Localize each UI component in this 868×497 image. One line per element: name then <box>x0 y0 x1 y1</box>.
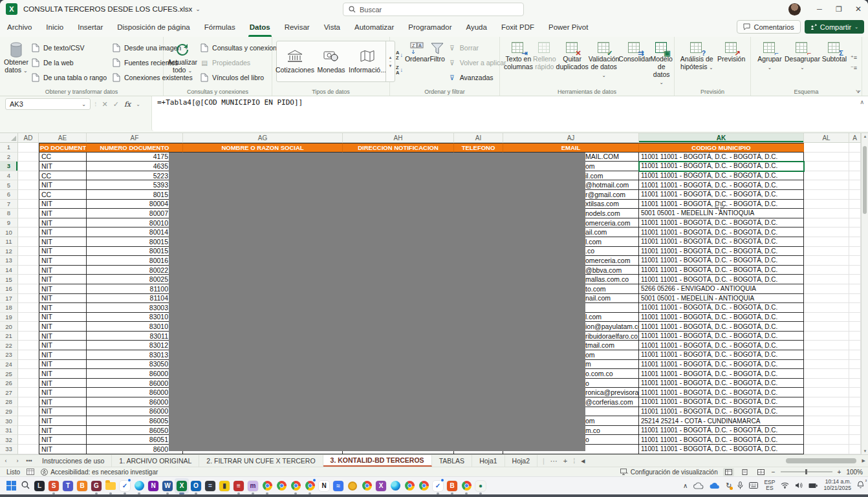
data-model-button[interactable]: ▣ Modelo de datos ⌄ <box>650 39 672 86</box>
calculator[interactable]: = <box>203 478 217 494</box>
word[interactable]: W <box>160 478 175 494</box>
cell-AL13[interactable] <box>804 256 849 266</box>
app-green-dot[interactable]: ● <box>473 478 488 494</box>
cell-tipo-documento-13[interactable]: NIT <box>39 256 87 266</box>
cell-A4[interactable] <box>849 171 861 181</box>
cell-AD11[interactable] <box>18 237 39 247</box>
hidden-icons-chevron[interactable]: ∧ <box>683 482 688 489</box>
consolidate-button[interactable]: ⇉ Consolidar <box>619 39 650 86</box>
row-header-27[interactable]: 27 <box>0 388 18 397</box>
cell-AD25[interactable] <box>18 369 39 379</box>
row-header-32[interactable]: 32 <box>0 435 18 445</box>
cell-A10[interactable] <box>849 227 861 237</box>
sync-icon[interactable]: ↻ <box>726 481 732 490</box>
ribbon-tab-automatizar[interactable]: Automatizar <box>347 18 401 37</box>
cell-codigo-municipio-2[interactable]: 11001 11001 - BOGOTÁ, D.C. - BOGOTÁ, D.C… <box>639 153 804 162</box>
cell-codigo-municipio-11[interactable]: 11001 11001 - BOGOTÁ, D.C. - BOGOTÁ, D.C… <box>639 237 804 247</box>
what-if-button[interactable]: ? Análisis de hipótesis ⌄ <box>678 39 715 86</box>
cell-AD26[interactable] <box>18 379 39 388</box>
ribbon-tab-insertar[interactable]: Insertar <box>71 18 110 37</box>
cell-AL27[interactable] <box>804 388 849 397</box>
column-header-AH[interactable]: AH <box>343 133 454 143</box>
advanced-filter-button[interactable]: ⊽Avanzadas <box>448 71 506 84</box>
cell-AD21[interactable] <box>18 332 39 341</box>
cell-codigo-municipio-19[interactable]: 11001 11001 - BOGOTÁ, D.C. - BOGOTÁ, D.C… <box>639 313 804 323</box>
cell-codigo-municipio-12[interactable]: 11001 11001 - BOGOTÁ, D.C. - BOGOTÁ, D.C… <box>639 247 804 257</box>
cell-AL20[interactable] <box>804 322 849 332</box>
collapse-formula-bar-icon[interactable]: ∧ <box>860 99 864 105</box>
touch-keyboard-icon[interactable] <box>749 482 758 489</box>
cell-tipo-documento-6[interactable]: CC <box>39 190 87 200</box>
geography-button[interactable]: Informació... <box>349 41 385 81</box>
cell-tipo-documento-3[interactable]: NIT <box>39 162 87 171</box>
app-purple[interactable]: X <box>374 478 388 494</box>
cell-AL19[interactable] <box>804 313 849 323</box>
row-header-11[interactable]: 11 <box>0 237 18 247</box>
app-dark[interactable]: L <box>32 478 47 494</box>
cell-AD6[interactable] <box>18 190 39 200</box>
column-header-A[interactable]: A <box>849 133 861 143</box>
cell-AL9[interactable] <box>804 218 849 228</box>
row-header-4[interactable]: 4 <box>0 171 18 181</box>
app-books[interactable]: ≡ <box>232 478 246 494</box>
cell-AD7[interactable] <box>18 200 39 209</box>
cell-AL10[interactable] <box>804 227 849 237</box>
cell-AD27[interactable] <box>18 388 39 397</box>
cell-A8[interactable] <box>849 209 861 218</box>
cell-tipo-documento-26[interactable]: NIT <box>39 379 87 388</box>
row-header-30[interactable]: 30 <box>0 416 18 426</box>
row-header-21[interactable]: 21 <box>0 332 18 341</box>
cell-tipo-documento-21[interactable]: NIT <box>39 332 87 341</box>
cell-codigo-municipio-20[interactable]: 11001 11001 - BOGOTÁ, D.C. - BOGOTÁ, D.C… <box>639 322 804 332</box>
chrome-7[interactable] <box>417 478 431 494</box>
scroll-right-icon[interactable]: ▶ <box>862 458 865 463</box>
table-header-tipo-documento[interactable]: TIPO DOCUMENTO <box>39 143 87 153</box>
table-header-nombre-o-razon-social[interactable]: NOMBRE O RAZON SOCIAL <box>183 143 343 153</box>
text-to-columns-button[interactable]: ⇥ Texto en columnas <box>504 39 533 86</box>
currencies-button[interactable]: Monedas <box>313 41 349 81</box>
cell-tipo-documento-18[interactable]: NIT <box>39 303 87 313</box>
clock[interactable]: 10:14 a.m.10/21/2025 <box>823 479 851 492</box>
cell-A21[interactable] <box>849 332 861 341</box>
cell-A23[interactable] <box>849 350 861 360</box>
cell-AL31[interactable] <box>804 426 849 436</box>
close-button[interactable]: ✕ <box>849 0 868 18</box>
data-validation-button[interactable]: ✓ Validación de datos ⌄ <box>589 39 620 86</box>
cell-codigo-municipio-17[interactable]: 5001 05001 - MEDELLÍN - ANTIOQUIA <box>639 294 804 304</box>
row-header-7[interactable]: 7 <box>0 200 18 209</box>
column-header-AK[interactable]: AK <box>639 133 804 143</box>
ribbon-tab-vista[interactable]: Vista <box>317 18 347 37</box>
cell-A11[interactable] <box>849 237 861 247</box>
cell-A16[interactable] <box>849 284 861 294</box>
cell-A22[interactable] <box>849 341 861 350</box>
excel-logo-icon[interactable]: X <box>6 3 17 15</box>
cell-AL28[interactable] <box>804 397 849 407</box>
cell-AD8[interactable] <box>18 209 39 218</box>
row-header-1[interactable]: 1 <box>0 143 18 153</box>
cell-AL18[interactable] <box>804 303 849 313</box>
table-header-codigo-municipio[interactable]: CODIGO MUNICIPIO <box>639 143 804 153</box>
from-web-button[interactable]: De la web <box>31 56 107 69</box>
cell-AD12[interactable] <box>18 247 39 257</box>
microphone-icon[interactable] <box>737 481 743 489</box>
cell-A7[interactable] <box>849 200 861 209</box>
cell-AL8[interactable] <box>804 209 849 218</box>
search-button[interactable] <box>18 478 32 494</box>
cell-AL5[interactable] <box>804 180 849 190</box>
file-explorer[interactable] <box>103 478 118 494</box>
cell-codigo-municipio-18[interactable]: 11001 11001 - BOGOTÁ, D.C. - BOGOTÁ, D.C… <box>639 303 804 313</box>
cell-codigo-municipio-16[interactable]: 5266 05266 - ENVIGADO - ANTIOQUIA <box>639 284 804 294</box>
cell-codigo-municipio-33[interactable]: 11001 11001 - BOGOTÁ, D.C. - BOGOTÁ, D.C… <box>639 445 804 454</box>
weather-cloud-icon[interactable] <box>710 482 720 489</box>
cell-tipo-documento-22[interactable]: NIT <box>39 341 87 350</box>
cancel-formula-icon[interactable]: ✕ <box>102 100 108 109</box>
chrome-8[interactable] <box>459 478 473 494</box>
cell-tipo-documento-19[interactable]: NIT <box>39 313 87 323</box>
cell-codigo-municipio-10[interactable]: 11001 11001 - BOGOTÁ, D.C. - BOGOTÁ, D.C… <box>639 227 804 237</box>
row-header-16[interactable]: 16 <box>0 284 18 294</box>
enter-formula-icon[interactable]: ✓ <box>113 100 119 109</box>
row-header-23[interactable]: 23 <box>0 350 18 360</box>
cell-AD2[interactable] <box>18 153 39 162</box>
cell-codigo-municipio-31[interactable]: 11001 11001 - BOGOTÁ, D.C. - BOGOTÁ, D.C… <box>639 426 804 436</box>
row-header-31[interactable]: 31 <box>0 426 18 436</box>
